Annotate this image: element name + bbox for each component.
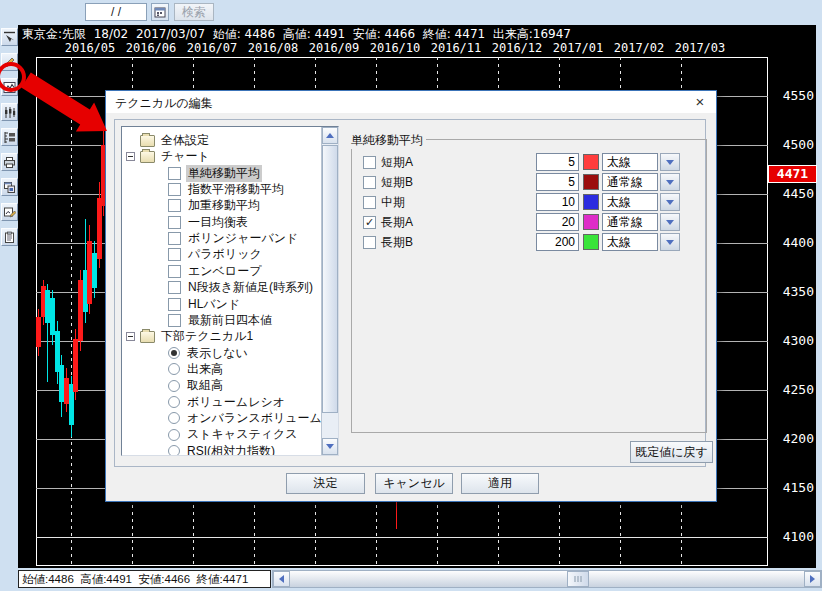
tree-item-radio[interactable]: オンバランスボリューム	[168, 410, 324, 427]
tree-radio[interactable]	[168, 363, 180, 375]
tree-item-label[interactable]: ボリンジャーバンド	[186, 230, 300, 247]
tree-checkbox[interactable]	[168, 265, 181, 278]
tree-item-label[interactable]: RSI(相対力指数)	[185, 443, 277, 456]
scroll-right-button[interactable]	[804, 571, 821, 587]
長期B-color-swatch[interactable]	[583, 234, 599, 250]
tree-radio[interactable]	[168, 429, 180, 441]
tree-item-label[interactable]: 単純移動平均	[186, 165, 262, 182]
reset-defaults-button[interactable]: 既定値に戻す	[630, 441, 713, 463]
短期A-period-input[interactable]: 5	[536, 153, 579, 171]
tree-item-folder[interactable]: チャート	[126, 148, 212, 165]
中期-color-swatch[interactable]	[583, 194, 599, 210]
copy-save-tool-button[interactable]	[1, 178, 18, 196]
tree-item-label[interactable]: エンベロープ	[186, 263, 263, 280]
tree-item-check[interactable]: N段抜き新値足(時系列)	[168, 279, 315, 296]
長期A-color-swatch[interactable]	[583, 214, 599, 230]
horizontal-scrollbar[interactable]	[272, 570, 822, 588]
tree-item-label[interactable]: オンバランスボリューム	[185, 410, 324, 427]
tree-radio[interactable]	[168, 412, 180, 424]
長期A-line-style-dropdown-button[interactable]	[660, 213, 680, 231]
chart-settings-tool-button[interactable]	[1, 203, 18, 221]
tree-item-label[interactable]: ストキャスティクス	[185, 426, 300, 443]
clipboard-tool-button[interactable]	[1, 228, 18, 246]
長期A-checkbox[interactable]: ✓	[363, 216, 376, 229]
scroll-left-button[interactable]	[273, 571, 290, 587]
tree-item-label[interactable]: 出来高	[185, 361, 225, 378]
tree-checkbox[interactable]	[168, 314, 181, 327]
tree-item-radio[interactable]: 取組高	[168, 377, 225, 394]
tree-checkbox[interactable]	[168, 216, 181, 229]
tree-item-label[interactable]: ボリュームレシオ	[185, 394, 287, 411]
長期A-period-input[interactable]: 20	[536, 213, 579, 231]
cancel-button[interactable]: キャンセル	[375, 473, 453, 494]
date-input[interactable]: / /	[85, 3, 147, 21]
tree-item-label[interactable]: HLバンド	[186, 296, 242, 313]
tree-item-label[interactable]: 表示しない	[185, 345, 250, 362]
tree-checkbox[interactable]	[168, 281, 181, 294]
tree-item-folder[interactable]: 下部テクニカル1	[126, 328, 255, 345]
tree-checkbox[interactable]	[168, 298, 181, 311]
tree-item-label[interactable]: N段抜き新値足(時系列)	[186, 279, 315, 296]
tree-scrollbar[interactable]	[321, 127, 338, 455]
長期B-checkbox[interactable]	[363, 236, 376, 249]
horizontal-scrollbar-thumb[interactable]	[567, 571, 589, 587]
tree-scroll-up-button[interactable]	[322, 127, 338, 144]
tree-radio[interactable]	[168, 445, 180, 456]
technical-tree[interactable]: 全体設定チャート単純移動平均指数平滑移動平均加重移動平均一目均衡表ボリンジャーバ…	[121, 126, 339, 456]
短期A-line-style-dropdown-button[interactable]	[660, 153, 680, 171]
tree-item-check[interactable]: 加重移動平均	[168, 197, 262, 214]
calendar-button[interactable]	[151, 3, 169, 21]
tree-scrollbar-thumb[interactable]	[322, 145, 338, 413]
pointer-tool-button[interactable]	[1, 28, 18, 46]
短期A-color-swatch[interactable]	[583, 154, 599, 170]
tree-radio[interactable]	[168, 347, 180, 359]
短期B-period-input[interactable]: 5	[536, 173, 579, 191]
tree-item-check[interactable]: パラボリック	[168, 246, 264, 263]
短期B-checkbox[interactable]	[363, 176, 376, 189]
tree-checkbox[interactable]	[168, 167, 181, 180]
tree-item-check[interactable]: 最新前日四本値	[168, 312, 274, 329]
search-button[interactable]: 検索	[174, 3, 214, 21]
tree-item-check[interactable]: エンベロープ	[168, 263, 263, 280]
close-button[interactable]: ×	[688, 92, 712, 111]
tree-item-label[interactable]: 全体設定	[159, 132, 211, 149]
tree-item-check[interactable]: 単純移動平均	[168, 165, 262, 182]
tree-item-label[interactable]: 下部テクニカル1	[159, 328, 255, 345]
中期-checkbox[interactable]	[363, 196, 376, 209]
tree-item-label[interactable]: 最新前日四本値	[186, 312, 274, 329]
tree-item-radio[interactable]: ストキャスティクス	[168, 426, 300, 443]
長期B-line-style-dropdown-button[interactable]	[660, 233, 680, 251]
中期-line-style-dropdown-button[interactable]	[660, 193, 680, 211]
technical-chart-tool-button[interactable]	[1, 78, 18, 96]
短期B-color-swatch[interactable]	[583, 174, 599, 190]
tree-radio[interactable]	[168, 380, 180, 392]
ok-button[interactable]: 決定	[286, 473, 365, 494]
長期B-period-input[interactable]: 200	[536, 233, 579, 251]
tree-item-check[interactable]: ボリンジャーバンド	[168, 230, 300, 247]
tree-item-label[interactable]: チャート	[159, 148, 212, 165]
tree-item-radio[interactable]: 表示しない	[168, 345, 250, 362]
tree-item-label[interactable]: パラボリック	[186, 246, 264, 263]
tree-item-label[interactable]: 取組高	[185, 377, 225, 394]
tree-item-label[interactable]: 一目均衡表	[186, 214, 250, 231]
tree-item-radio[interactable]: 出来高	[168, 361, 225, 378]
collapse-toggle-icon[interactable]	[126, 332, 135, 341]
tree-scroll-down-button[interactable]	[322, 438, 338, 455]
tree-item-check[interactable]: 指数平滑移動平均	[168, 181, 286, 198]
tree-item-label[interactable]: 指数平滑移動平均	[186, 181, 286, 198]
collapse-toggle-icon[interactable]	[126, 152, 135, 161]
tree-item-check[interactable]: 一目均衡表	[168, 214, 250, 231]
tree-item-check[interactable]: HLバンド	[168, 296, 242, 313]
print-tool-button[interactable]	[1, 153, 18, 171]
tree-item-label[interactable]: 加重移動平均	[186, 197, 262, 214]
tree-item-radio[interactable]: RSI(相対力指数)	[168, 443, 277, 456]
tree-checkbox[interactable]	[168, 183, 181, 196]
tree-checkbox[interactable]	[168, 248, 181, 261]
candlestick-tool-button[interactable]	[1, 103, 18, 121]
draw-tool-button[interactable]	[1, 53, 18, 71]
price-scale-tool-button[interactable]	[1, 128, 18, 146]
tree-item-radio[interactable]: ボリュームレシオ	[168, 394, 287, 411]
tree-checkbox[interactable]	[168, 232, 181, 245]
tree-checkbox[interactable]	[168, 199, 181, 212]
短期B-line-style-dropdown-button[interactable]	[660, 173, 680, 191]
